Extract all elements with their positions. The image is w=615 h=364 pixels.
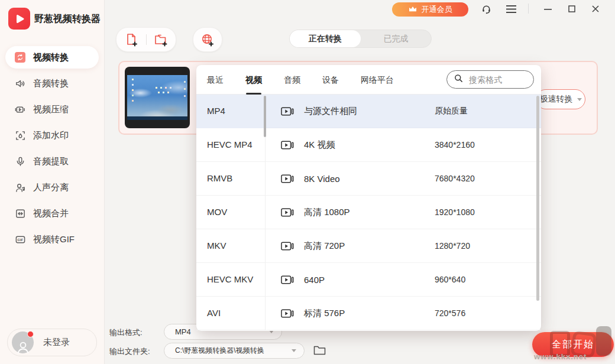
preset-row-576p[interactable]: 标清 576P 720*576 (266, 297, 541, 330)
format-panel-body: MP4 HEVC MP4 RMVB MOV MKV HEVC MKV AVI 与… (196, 95, 541, 330)
output-format-value: MP4 (175, 327, 191, 336)
format-search-input[interactable] (468, 74, 525, 85)
preset-name: 标清 576P (304, 308, 345, 319)
left-list-scrollbar[interactable] (264, 96, 266, 137)
video-file-icon (281, 106, 294, 116)
video-file-icon (281, 241, 294, 251)
preset-value: 720*576 (435, 308, 465, 318)
format-tab-device[interactable]: 设备 (322, 65, 339, 95)
sidebar-item-vocal-separation[interactable]: 人声分离 (5, 176, 99, 199)
sidebar-item-video-to-gif[interactable]: GIF 视频转GIF (5, 228, 99, 251)
format-tab-recent[interactable]: 最近 (207, 65, 224, 95)
format-search-box (446, 70, 534, 89)
sidebar-item-label: 音频提取 (33, 156, 69, 167)
output-format-label: 输出格式: (109, 327, 143, 338)
speed-mode-dropdown[interactable]: 极速转换 (536, 89, 585, 109)
format-item-mp4[interactable]: MP4 (196, 95, 265, 128)
sidebar-item-video-merge[interactable]: 视频合并 (5, 202, 99, 225)
speed-mode-label: 极速转换 (540, 94, 573, 105)
video-file-icon (281, 140, 294, 150)
audio-convert-icon (14, 77, 26, 89)
chevron-down-icon (577, 98, 582, 101)
app-title: 野葱视频转换器 (34, 13, 101, 25)
preset-name: 高清 1080P (304, 207, 350, 218)
upgrade-membership-button[interactable]: 开通会员 (392, 2, 468, 17)
sidebar-item-label: 添加水印 (33, 130, 69, 141)
sidebar-item-label: 视频合并 (33, 208, 69, 219)
add-file-button[interactable] (124, 32, 138, 47)
thumbnail-taskbar (127, 116, 187, 120)
menu-icon[interactable] (503, 2, 519, 16)
output-folder-label: 输出文件夹: (109, 346, 150, 357)
preset-row-640p[interactable]: 640P 960*640 (266, 263, 541, 297)
video-file-icon (281, 207, 294, 217)
preset-value: 3840*2160 (435, 140, 475, 150)
preset-name: 高清 720P (304, 240, 345, 252)
support-headset-icon[interactable] (478, 2, 494, 16)
right-list-scrollbar[interactable] (536, 96, 539, 301)
preset-value: 1280*720 (435, 241, 470, 251)
video-convert-icon (14, 51, 26, 63)
sidebar-item-video-convert[interactable]: 视频转换 (5, 46, 99, 69)
minimize-button[interactable] (540, 2, 555, 16)
svg-text:GIF: GIF (17, 238, 23, 242)
close-button[interactable] (588, 2, 603, 16)
video-compress-icon (14, 103, 26, 115)
container-format-list: MP4 HEVC MP4 RMVB MOV MKV HEVC MKV AVI (196, 95, 266, 330)
titlebar-divider (528, 4, 529, 14)
preset-row-same-as-source[interactable]: 与源文件相同 原始质量 (266, 95, 541, 128)
add-toolbar (116, 27, 176, 52)
format-item-rmvb[interactable]: RMVB (196, 162, 265, 196)
toolbar-divider (146, 34, 147, 45)
maximize-button[interactable] (564, 2, 580, 16)
open-folder-button[interactable] (312, 343, 326, 358)
preset-name: 4K 视频 (304, 139, 335, 151)
thumbnail-image (127, 75, 187, 120)
video-file-icon (281, 174, 294, 184)
sidebar-item-label: 视频转GIF (33, 234, 75, 245)
format-tab-audio[interactable]: 音频 (284, 65, 300, 95)
format-panel-header: 最近 视频 音频 设备 网络平台 (196, 65, 541, 95)
video-to-gif-icon: GIF (14, 233, 26, 245)
format-item-mov[interactable]: MOV (196, 196, 265, 229)
tab-converting[interactable]: 正在转换 (290, 30, 361, 47)
preset-value: 960*640 (435, 275, 465, 284)
sidebar-item-add-watermark[interactable]: 添加水印 (5, 124, 99, 147)
output-folder-dropdown[interactable]: C:\野葱视频转换器\视频转换 (164, 343, 305, 359)
video-thumbnail (125, 67, 190, 128)
tab-completed[interactable]: 已完成 (361, 30, 431, 47)
format-item-hevc-mkv[interactable]: HEVC MKV (196, 263, 265, 297)
add-url-toolbar (193, 27, 222, 52)
video-file-icon (281, 308, 294, 318)
queue-tabs: 正在转换 已完成 (289, 30, 432, 48)
video-file-icon (281, 275, 294, 285)
format-tab-web-platform[interactable]: 网络平台 (361, 65, 394, 95)
preset-row-1080p[interactable]: 高清 1080P 1920*1080 (266, 196, 541, 229)
sidebar-item-label: 视频压缩 (33, 104, 69, 115)
video-merge-icon (14, 207, 26, 219)
sidebar-item-audio-extract[interactable]: 音频提取 (5, 150, 99, 173)
add-url-button[interactable] (200, 32, 215, 47)
sidebar: 野葱视频转换器 视频转换 音频转换 视频压缩 添加水印 (0, 0, 105, 364)
sidebar-item-audio-convert[interactable]: 音频转换 (5, 72, 99, 95)
preset-value: 1920*1080 (435, 207, 475, 217)
sidebar-item-label: 音频转换 (33, 78, 69, 89)
preset-row-720p[interactable]: 高清 720P 1280*720 (266, 229, 541, 263)
format-item-mkv[interactable]: MKV (196, 229, 265, 263)
login-button[interactable]: 未登录 (7, 329, 97, 356)
thumbnail-desktop-icons (132, 79, 134, 80)
sidebar-item-video-compress[interactable]: 视频压缩 (5, 98, 99, 121)
upgrade-label: 开通会员 (422, 4, 452, 15)
watermark-url: www.kkx.net (534, 352, 587, 361)
vocal-separation-icon (14, 181, 26, 193)
format-item-hevc-mp4[interactable]: HEVC MP4 (196, 128, 265, 162)
format-tab-video[interactable]: 视频 (245, 65, 262, 95)
preset-row-4k[interactable]: 4K 视频 3840*2160 (266, 128, 541, 162)
output-folder-value: C:\野葱视频转换器\视频转换 (175, 346, 264, 356)
crown-icon (409, 5, 417, 14)
add-folder-button[interactable] (154, 32, 168, 47)
preset-value: 7680*4320 (435, 174, 475, 183)
preset-row-8k[interactable]: 8K Video 7680*4320 (266, 162, 541, 196)
chevron-down-icon (292, 349, 296, 352)
format-item-avi[interactable]: AVI (196, 297, 265, 330)
